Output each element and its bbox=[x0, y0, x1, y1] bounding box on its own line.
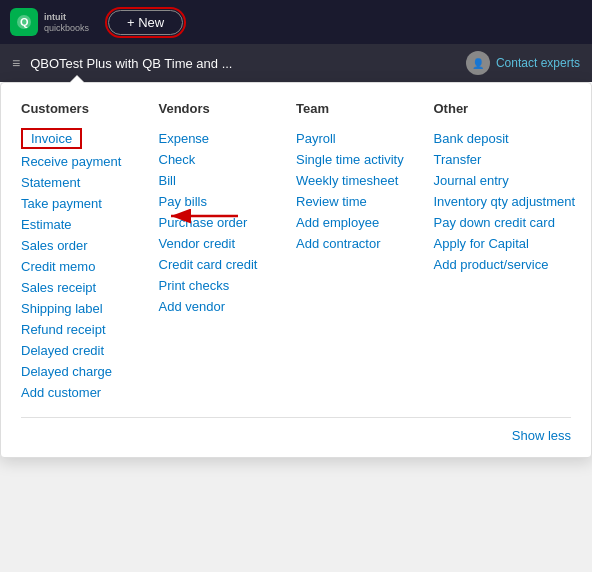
team-column: Team Payroll Single time activity Weekly… bbox=[296, 101, 434, 403]
sales-receipt-item[interactable]: Sales receipt bbox=[21, 277, 149, 298]
vendors-column: Vendors Expense Check Bill Pay bills Pur… bbox=[159, 101, 297, 403]
apply-for-capital-item[interactable]: Apply for Capital bbox=[434, 233, 562, 254]
qb-logo-icon: Q bbox=[10, 8, 38, 36]
bank-deposit-item[interactable]: Bank deposit bbox=[434, 128, 562, 149]
review-time-item[interactable]: Review time bbox=[296, 191, 424, 212]
journal-entry-item[interactable]: Journal entry bbox=[434, 170, 562, 191]
add-vendor-item[interactable]: Add vendor bbox=[159, 296, 287, 317]
single-time-activity-item[interactable]: Single time activity bbox=[296, 149, 424, 170]
refund-receipt-item[interactable]: Refund receipt bbox=[21, 319, 149, 340]
menu-columns: Customers Invoice Receive payment Statem… bbox=[21, 101, 571, 403]
contact-experts-button[interactable]: 👤 Contact experts bbox=[466, 51, 580, 75]
credit-memo-item[interactable]: Credit memo bbox=[21, 256, 149, 277]
qb-logo: Q intuit quickbooks bbox=[10, 8, 89, 36]
expense-item[interactable]: Expense bbox=[159, 128, 287, 149]
receive-payment-item[interactable]: Receive payment bbox=[21, 151, 149, 172]
team-header: Team bbox=[296, 101, 424, 120]
divider bbox=[21, 417, 571, 418]
add-product-service-item[interactable]: Add product/service bbox=[434, 254, 562, 275]
new-button-wrapper: + New bbox=[105, 7, 186, 38]
company-name-short: QBOTest Plus with QB Time and ... bbox=[30, 56, 456, 71]
delayed-credit-item[interactable]: Delayed credit bbox=[21, 340, 149, 361]
vendor-credit-item[interactable]: Vendor credit bbox=[159, 233, 287, 254]
svg-text:Q: Q bbox=[20, 16, 29, 28]
add-employee-item[interactable]: Add employee bbox=[296, 212, 424, 233]
credit-card-credit-item[interactable]: Credit card credit bbox=[159, 254, 287, 275]
transfer-item[interactable]: Transfer bbox=[434, 149, 562, 170]
invoice-item[interactable]: Invoice bbox=[21, 128, 149, 151]
customers-header: Customers bbox=[21, 101, 149, 120]
red-arrow-indicator bbox=[163, 202, 243, 233]
new-button[interactable]: + New bbox=[108, 10, 183, 35]
qb-logo-text: intuit quickbooks bbox=[44, 10, 89, 34]
delayed-charge-item[interactable]: Delayed charge bbox=[21, 361, 149, 382]
statement-item[interactable]: Statement bbox=[21, 172, 149, 193]
new-menu-dropdown: Customers Invoice Receive payment Statem… bbox=[0, 82, 592, 458]
top-nav-bar: Q intuit quickbooks + New bbox=[0, 0, 592, 44]
shipping-label-item[interactable]: Shipping label bbox=[21, 298, 149, 319]
second-bar: ≡ QBOTest Plus with QB Time and ... 👤 Co… bbox=[0, 44, 592, 82]
other-column: Other Bank deposit Transfer Journal entr… bbox=[434, 101, 572, 403]
vendors-header: Vendors bbox=[159, 101, 287, 120]
pay-down-credit-card-item[interactable]: Pay down credit card bbox=[434, 212, 562, 233]
add-contractor-item[interactable]: Add contractor bbox=[296, 233, 424, 254]
customers-column: Customers Invoice Receive payment Statem… bbox=[21, 101, 159, 403]
print-checks-item[interactable]: Print checks bbox=[159, 275, 287, 296]
inventory-qty-item[interactable]: Inventory qty adjustment bbox=[434, 191, 562, 212]
payroll-item[interactable]: Payroll bbox=[296, 128, 424, 149]
check-item[interactable]: Check bbox=[159, 149, 287, 170]
sales-order-item[interactable]: Sales order bbox=[21, 235, 149, 256]
other-header: Other bbox=[434, 101, 562, 120]
take-payment-item[interactable]: Take payment bbox=[21, 193, 149, 214]
dropdown-overlay: Customers Invoice Receive payment Statem… bbox=[0, 82, 592, 572]
weekly-timesheet-item[interactable]: Weekly timesheet bbox=[296, 170, 424, 191]
bill-item[interactable]: Bill bbox=[159, 170, 287, 191]
avatar: 👤 bbox=[466, 51, 490, 75]
show-less-button[interactable]: Show less bbox=[21, 426, 571, 443]
hamburger-icon[interactable]: ≡ bbox=[12, 55, 20, 71]
add-customer-item[interactable]: Add customer bbox=[21, 382, 149, 403]
estimate-item[interactable]: Estimate bbox=[21, 214, 149, 235]
invoice-label[interactable]: Invoice bbox=[21, 128, 82, 149]
